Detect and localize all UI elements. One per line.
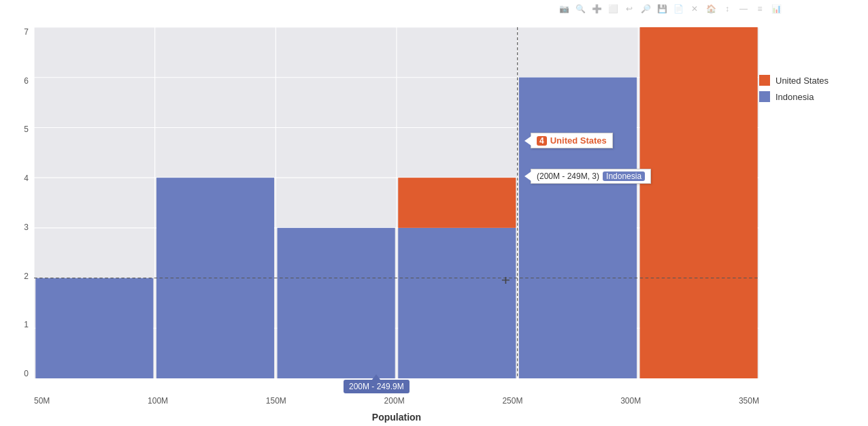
legend-color-us	[759, 75, 770, 86]
chart-main: + 50M 100M 150M 200M 250M 300M 350M Popu…	[0, 20, 759, 426]
legend-item-us: United States	[759, 75, 861, 86]
plus-icon[interactable]: ➕	[590, 3, 603, 15]
zoom-icon[interactable]: 🔍	[574, 3, 586, 15]
tooltip-us-popup: 4 United States	[531, 133, 613, 148]
line-icon[interactable]: —	[737, 3, 750, 15]
svg-text:+: +	[501, 272, 510, 289]
home-icon[interactable]: 🏠	[705, 3, 717, 15]
tooltip-indonesia-popup: (200M - 249M, 3) Indonesia	[531, 169, 651, 184]
x-tick-350m: 350M	[739, 396, 759, 406]
selection-icon[interactable]: ⬜	[607, 3, 619, 15]
x-tick-50m: 50M	[34, 396, 50, 406]
x-tick-100m: 100M	[148, 396, 168, 406]
bars-svg: +	[34, 27, 759, 378]
x-range-tooltip: 200M - 249.9M	[344, 380, 410, 393]
save-icon[interactable]: 📄	[672, 3, 684, 15]
legend-color-indonesia	[759, 91, 770, 102]
svg-rect-17	[398, 228, 516, 378]
chart-legend: United States Indonesia	[759, 20, 868, 426]
tooltip-us-value: 4	[537, 136, 547, 146]
x-tick-300m: 300M	[620, 396, 641, 406]
x-tick-150m: 150M	[266, 396, 286, 406]
camera-icon[interactable]: 📷	[558, 3, 570, 15]
tooltip-indonesia-range: (200M - 249M, 3)	[537, 171, 599, 181]
legend-label-us: United States	[775, 76, 829, 86]
tooltip-indonesia-label: Indonesia	[603, 171, 645, 181]
stack-icon[interactable]: ≡	[754, 3, 766, 15]
plot-area[interactable]: +	[34, 27, 759, 378]
svg-rect-14	[35, 278, 153, 378]
close-icon[interactable]: ✕	[688, 3, 701, 15]
svg-rect-18	[398, 178, 516, 228]
arrows-icon[interactable]: ↕	[721, 3, 733, 15]
x-tick-250m: 250M	[502, 396, 522, 406]
svg-rect-19	[519, 78, 637, 378]
zoom-in-icon[interactable]: 🔎	[639, 3, 652, 15]
legend-item-indonesia: Indonesia	[759, 91, 861, 102]
chart-container: 0 1 2 3 4 5 6 7	[0, 20, 868, 426]
toolbar: 📷 🔍 ➕ ⬜ ↩ 🔎 💾 📄 ✕ 🏠 ↕ — ≡ 📊	[558, 3, 782, 15]
bar-chart-icon[interactable]: 📊	[770, 3, 782, 15]
save-png-icon[interactable]: 💾	[656, 3, 668, 15]
svg-rect-16	[278, 228, 395, 378]
x-tick-200m: 200M	[384, 396, 405, 406]
svg-rect-20	[640, 27, 758, 378]
lasso-icon[interactable]: ↩	[623, 3, 635, 15]
x-axis-label: Population	[34, 412, 759, 423]
x-axis: 50M 100M 150M 200M 250M 300M 350M	[34, 396, 759, 406]
legend-label-indonesia: Indonesia	[775, 92, 814, 102]
tooltip-us-label: United States	[550, 135, 607, 146]
